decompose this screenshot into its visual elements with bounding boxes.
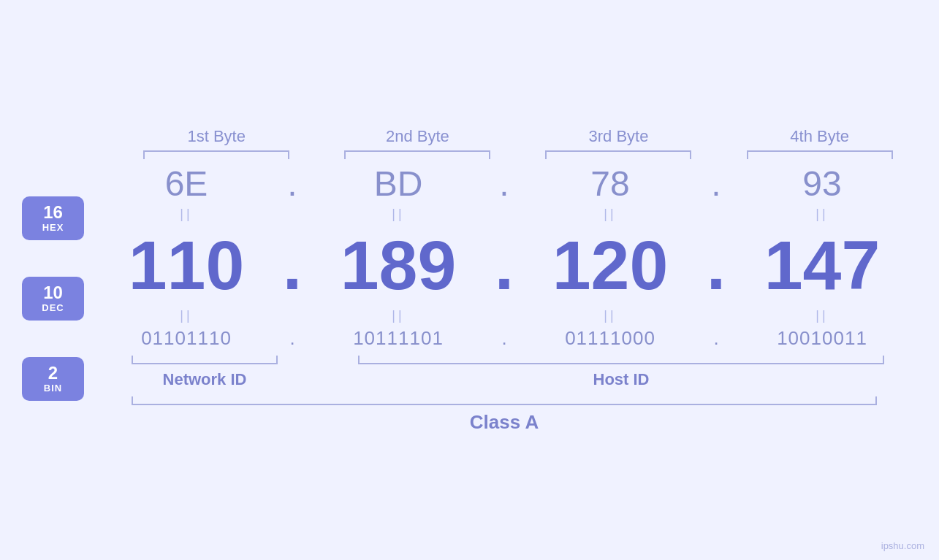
hex-dot-3: . bbox=[705, 164, 727, 204]
byte-label-2: 2nd Byte bbox=[386, 127, 449, 146]
dec-dot-3: . bbox=[705, 226, 727, 305]
values-area: 6E . BD . 78 . 93 || || || bbox=[91, 164, 917, 434]
bin-dot-1: . bbox=[281, 327, 303, 350]
byte-label-4: 4th Byte bbox=[790, 127, 849, 146]
equals-1: || bbox=[180, 207, 192, 222]
dec-num: 10 bbox=[43, 283, 63, 302]
hex-num: 16 bbox=[43, 203, 63, 222]
host-id-label: Host ID bbox=[593, 370, 650, 389]
equals-3: || bbox=[604, 207, 616, 222]
byte-col-2: 2nd Byte bbox=[327, 127, 508, 159]
sep-col-4: || bbox=[727, 207, 917, 222]
sep-col-2: || bbox=[303, 207, 493, 222]
bin-dot-3: . bbox=[705, 327, 727, 350]
bin-val-4: 10010011 bbox=[727, 327, 917, 350]
hex-val-2: BD bbox=[303, 164, 493, 204]
sep-col-7: || bbox=[515, 308, 705, 323]
hex-dot-1: . bbox=[281, 164, 303, 204]
hex-dot-2: . bbox=[493, 164, 515, 204]
network-id-section: Network ID bbox=[99, 356, 311, 389]
sep-row-1: || || || || bbox=[91, 204, 917, 226]
equals-5: || bbox=[180, 308, 192, 323]
host-id-section: Host ID bbox=[332, 356, 910, 389]
equals-2: || bbox=[392, 207, 404, 222]
byte-bracket-top-2 bbox=[344, 150, 490, 159]
sep-col-8: || bbox=[727, 308, 917, 323]
bin-row: 01101110 . 10111101 . 01111000 . 1001001… bbox=[91, 327, 917, 350]
hex-row: 6E . BD . 78 . 93 bbox=[91, 164, 917, 204]
class-label: Class A bbox=[470, 411, 539, 434]
bottom-section: Network ID Host ID bbox=[91, 356, 917, 389]
bin-val-3: 01111000 bbox=[515, 327, 705, 350]
hex-val-1: 6E bbox=[91, 164, 281, 204]
dec-dot-2: . bbox=[493, 226, 515, 305]
dec-row: 110 . 189 . 120 . 147 bbox=[91, 226, 917, 305]
sep-col-6: || bbox=[303, 308, 493, 323]
hex-name: HEX bbox=[42, 222, 64, 233]
equals-8: || bbox=[816, 308, 828, 323]
class-bracket bbox=[132, 396, 877, 405]
main-container: 1st Byte 2nd Byte 3rd Byte 4th Byte 16 H… bbox=[0, 0, 939, 560]
network-bracket bbox=[132, 356, 278, 364]
hex-val-3: 78 bbox=[515, 164, 705, 204]
bin-val-1: 01101110 bbox=[91, 327, 281, 350]
hex-badge: 16 HEX bbox=[22, 196, 84, 240]
byte-label-1: 1st Byte bbox=[187, 127, 245, 146]
equals-7: || bbox=[604, 308, 616, 323]
dec-name: DEC bbox=[42, 302, 64, 313]
hex-val-4: 93 bbox=[727, 164, 917, 204]
byte-col-4: 4th Byte bbox=[729, 127, 910, 159]
byte-label-3: 3rd Byte bbox=[589, 127, 649, 146]
host-bracket bbox=[358, 356, 884, 364]
dec-val-1: 110 bbox=[91, 226, 281, 305]
network-id-label: Network ID bbox=[163, 370, 247, 389]
byte-bracket-top-4 bbox=[747, 150, 893, 159]
dec-val-3: 120 bbox=[515, 226, 705, 305]
dec-badge: 10 DEC bbox=[22, 277, 84, 321]
equals-6: || bbox=[392, 308, 404, 323]
bin-val-2: 10111101 bbox=[303, 327, 493, 350]
bin-num: 2 bbox=[48, 364, 58, 383]
byte-bracket-top-3 bbox=[545, 150, 691, 159]
bin-name: BIN bbox=[44, 383, 62, 394]
bin-badge: 2 BIN bbox=[22, 357, 84, 401]
sep-col-3: || bbox=[515, 207, 705, 222]
sep-col-5: || bbox=[91, 308, 281, 323]
bin-dot-2: . bbox=[493, 327, 515, 350]
byte-col-1: 1st Byte bbox=[126, 127, 307, 159]
base-labels: 16 HEX 10 DEC 2 BIN bbox=[22, 196, 84, 401]
byte-bracket-top-1 bbox=[143, 150, 289, 159]
sep-col-1: || bbox=[91, 207, 281, 222]
equals-4: || bbox=[816, 207, 828, 222]
class-row: Class A bbox=[91, 396, 917, 434]
main-grid: 16 HEX 10 DEC 2 BIN 6E . BD . 78 . 93 bbox=[29, 164, 910, 434]
dec-val-4: 147 bbox=[727, 226, 917, 305]
byte-col-3: 3rd Byte bbox=[528, 127, 709, 159]
byte-headers: 1st Byte 2nd Byte 3rd Byte 4th Byte bbox=[29, 127, 910, 159]
watermark: ipshu.com bbox=[881, 540, 924, 551]
dec-dot-1: . bbox=[281, 226, 303, 305]
dec-val-2: 189 bbox=[303, 226, 493, 305]
sep-row-2: || || || || bbox=[91, 305, 917, 327]
